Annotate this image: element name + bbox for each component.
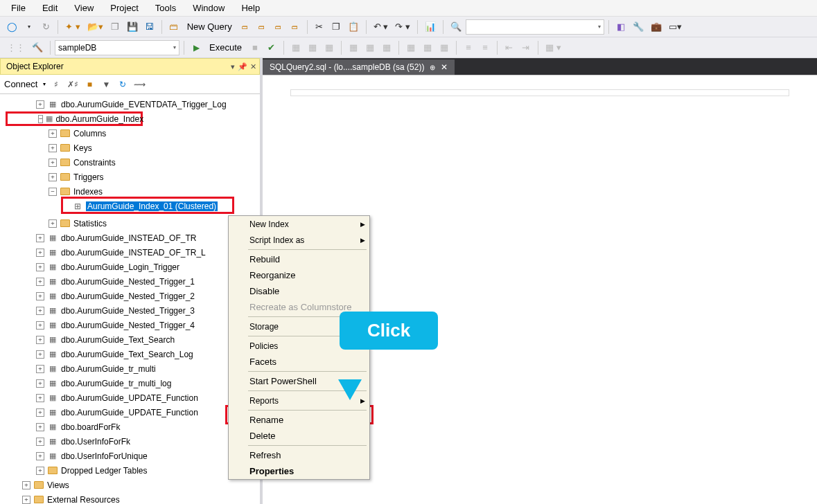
chart-button[interactable]: 📊	[422, 19, 439, 35]
open-button[interactable]: 📂▾	[85, 19, 106, 35]
copy-button[interactable]: ❐	[107, 19, 123, 35]
q-btn2[interactable]: 🔨	[29, 40, 46, 55]
table-row-highlighted[interactable]: −dbo.AurumGuide_Index	[6, 111, 143, 126]
panel-pin-icon[interactable]: 📌	[238, 62, 247, 71]
menu-view[interactable]: View	[66, 0, 102, 16]
q-misc2[interactable]: ▦	[305, 40, 320, 55]
menu-help[interactable]: Help	[233, 0, 268, 16]
ctx-reorganize[interactable]: Reorganize	[229, 267, 369, 283]
table-row[interactable]: +dbo.AurumGuide_Text_Search_Log	[8, 347, 260, 361]
save-button[interactable]: 💾	[124, 19, 141, 35]
q-indent4[interactable]: ⇥	[518, 40, 534, 55]
folder-triggers[interactable]: +Triggers	[8, 170, 260, 184]
folder-dropped[interactable]: +Dropped Ledger Tables	[8, 463, 260, 478]
ctx-disable[interactable]: Disable	[229, 283, 369, 299]
cut-button[interactable]: ✂	[312, 19, 327, 35]
q-misc7[interactable]: ▦	[403, 40, 419, 55]
q-last[interactable]: ▦ ▾	[543, 40, 564, 55]
dmx-icon[interactable]: 🗃	[254, 19, 270, 35]
connect-icon2[interactable]: ✗♯	[67, 78, 79, 91]
ctx-refresh[interactable]: Refresh	[229, 447, 369, 463]
mdx-icon[interactable]: 🗃	[238, 19, 253, 35]
check-button[interactable]: ✔	[264, 40, 279, 55]
tab-close-icon[interactable]: ✕	[441, 62, 448, 72]
menu-project[interactable]: Project	[102, 0, 146, 16]
q-indent2[interactable]: ≡	[477, 40, 493, 55]
copy2-button[interactable]: ❐	[328, 19, 344, 35]
ext3-button[interactable]: 💼	[648, 19, 665, 35]
new-query-button[interactable]: New Query	[183, 21, 236, 32]
menu-tools[interactable]: Tools	[147, 0, 184, 16]
paste-button[interactable]: 📋	[345, 19, 362, 35]
table-row[interactable]: +dbo.AurumGuide_INSTEAD_OF_TR	[8, 231, 260, 245]
table-row[interactable]: +dbo.boardForFk	[8, 420, 260, 434]
database-combo[interactable]: sampleDB▾	[55, 40, 179, 55]
table-row[interactable]: +dbo.AurumGuide_tr_multi_log	[8, 376, 260, 390]
dax-icon[interactable]: 🗃	[288, 19, 303, 35]
folder-statistics[interactable]: +Statistics	[8, 216, 260, 231]
save-all-button[interactable]: 🖫	[142, 19, 157, 35]
ctx-delete[interactable]: Delete	[229, 428, 369, 444]
panel-close-icon[interactable]: ✕	[250, 62, 256, 71]
ext2-button[interactable]: 🔧	[630, 19, 647, 35]
q-indent3[interactable]: ⇤	[502, 40, 517, 55]
table-row[interactable]: +dbo.AurumGuide_Login_Trigger	[8, 260, 260, 274]
execute-label[interactable]: Execute	[205, 42, 246, 53]
table-row[interactable]: +dbo.UserInfoForFk	[8, 434, 260, 449]
connect-button[interactable]: Connect	[4, 79, 39, 89]
db-icon[interactable]: 🗃	[166, 19, 182, 35]
nav-dropdown-button[interactable]: ▾	[21, 19, 37, 35]
ext4-button[interactable]: ▭▾	[666, 19, 685, 35]
redo-button[interactable]: ↷ ▾	[392, 19, 413, 35]
table-row[interactable]: +dbo.AurumGuide_INSTEAD_OF_TR_L	[8, 245, 260, 260]
connect-refresh[interactable]: ↻	[116, 78, 129, 91]
q-indent1[interactable]: ≡	[461, 40, 476, 55]
new-item-button[interactable]: ✦ ▾	[62, 19, 83, 35]
q-misc1[interactable]: ▦	[288, 40, 304, 55]
table-row[interactable]: +dbo.AurumGuide_Nested_Trigger_3	[8, 303, 260, 318]
table-row[interactable]: +dbo.AurumGuide_tr_multi	[8, 361, 260, 376]
search-combo[interactable]: ▾	[466, 19, 604, 35]
xmla-icon[interactable]: 🗃	[271, 19, 286, 35]
connect-stop[interactable]: ■	[83, 78, 96, 91]
search-icon[interactable]: 🔍	[448, 19, 464, 35]
q-misc3[interactable]: ▦	[322, 40, 337, 55]
ctx-rename[interactable]: Rename	[229, 412, 369, 428]
connect-icon1[interactable]: ♯	[50, 78, 62, 91]
menu-window[interactable]: Window	[184, 0, 233, 16]
folder-external[interactable]: +External Resources	[8, 492, 260, 504]
table-row[interactable]: +dbo.AurumGuide_UPDATE_Function	[8, 390, 260, 405]
tree[interactable]: +dbo.AurumGuide_EVENTDATA_Trigger_Log −d…	[0, 94, 260, 504]
table-row[interactable]: +dbo.AurumGuide_Text_Search	[8, 332, 260, 347]
ctx-new-index[interactable]: New Index▶	[229, 216, 369, 232]
connect-filter[interactable]: ▼	[100, 78, 112, 91]
tab-pin-icon[interactable]: ⊕	[430, 64, 435, 71]
table-row[interactable]: +dbo.AurumGuide_EVENTDATA_Trigger_Log	[8, 97, 260, 111]
panel-dropdown-icon[interactable]: ▾	[231, 62, 235, 71]
table-row[interactable]: +dbo.AurumGuide_Nested_Trigger_2	[8, 289, 260, 303]
ctx-properties[interactable]: Properties	[229, 463, 369, 479]
folder-columns[interactable]: +Columns	[8, 126, 260, 141]
ctx-script-index[interactable]: Script Index as▶	[229, 232, 369, 248]
q-misc6[interactable]: ▦	[379, 40, 394, 55]
folder-views[interactable]: +Views	[8, 478, 260, 492]
nav-fwd-button[interactable]: ↻	[38, 19, 53, 35]
folder-constraints[interactable]: +Constraints	[8, 155, 260, 170]
tab-active[interactable]: SQLQuery2.sql - (lo....sampleDB (sa (52)…	[263, 60, 455, 75]
table-row[interactable]: +dbo.UserInfoForUnique	[8, 449, 260, 463]
q-misc4[interactable]: ▦	[346, 40, 361, 55]
ext1-button[interactable]: ◧	[613, 19, 629, 35]
q-btn1[interactable]: ⋮⋮	[4, 40, 28, 55]
menu-file[interactable]: File	[3, 0, 34, 16]
index-item-selected[interactable]: +AurumGuide_Index_01 (Clustered)	[8, 199, 260, 213]
connect-activity[interactable]: ⟿	[133, 78, 146, 91]
execute-button[interactable]: ▶	[188, 40, 204, 55]
table-row[interactable]: +dbo.AurumGuide_UPDATE_Function	[8, 405, 260, 420]
stop-button[interactable]: ■	[247, 40, 263, 55]
nav-back-button[interactable]: ◯	[4, 19, 20, 35]
q-misc9[interactable]: ▦	[437, 40, 452, 55]
q-misc5[interactable]: ▦	[362, 40, 378, 55]
table-row[interactable]: +dbo.AurumGuide_Nested_Trigger_1	[8, 274, 260, 289]
q-misc8[interactable]: ▦	[420, 40, 435, 55]
folder-keys[interactable]: +Keys	[8, 141, 260, 155]
